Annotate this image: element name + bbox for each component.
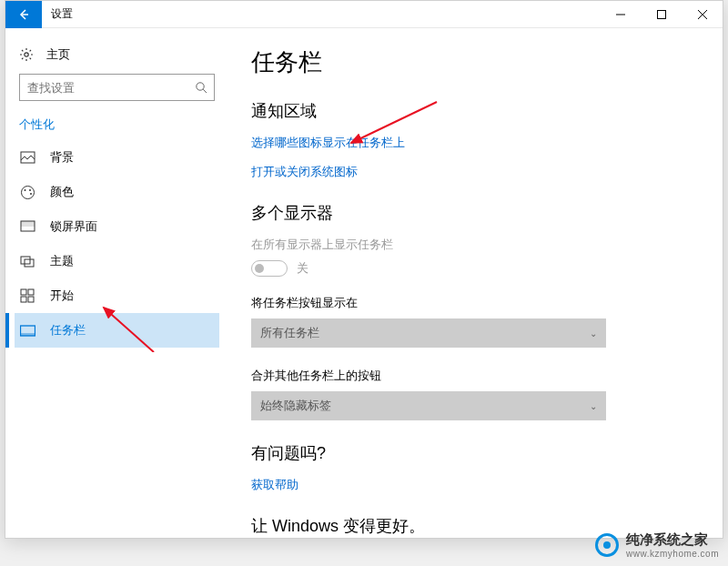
chevron-down-icon: ⌄ <box>590 401 597 411</box>
content-area: 主页 个性化 背景 颜色 <box>5 28 723 538</box>
svg-rect-9 <box>21 221 35 227</box>
svg-point-5 <box>24 189 25 191</box>
sidebar-item-lockscreen[interactable]: 锁屏界面 <box>15 209 219 244</box>
sidebar-item-label: 锁屏界面 <box>50 218 97 235</box>
settings-window: 设置 主页 <box>5 0 723 539</box>
maximize-button[interactable] <box>641 1 682 28</box>
link-select-taskbar-icons[interactable]: 选择哪些图标显示在任务栏上 <box>251 135 700 151</box>
window-controls <box>600 1 723 28</box>
sidebar-item-themes[interactable]: 主题 <box>15 244 219 278</box>
svg-point-4 <box>21 186 34 198</box>
dropdown-combine-buttons[interactable]: 始终隐藏标签 ⌄ <box>251 391 606 420</box>
combine-buttons-label: 合并其他任务栏上的按钮 <box>251 368 700 384</box>
watermark-name: 纯净系统之家 <box>626 531 708 547</box>
chevron-down-icon: ⌄ <box>590 328 597 339</box>
link-get-help[interactable]: 获取帮助 <box>251 477 700 493</box>
svg-rect-17 <box>20 333 35 336</box>
page-title: 任务栏 <box>251 46 700 78</box>
close-icon <box>698 10 707 19</box>
link-system-icons[interactable]: 打开或关闭系统图标 <box>251 164 700 180</box>
back-button[interactable] <box>5 1 42 28</box>
category-label: 个性化 <box>15 117 219 140</box>
main-panel: 任务栏 通知区域 选择哪些图标显示在任务栏上 打开或关闭系统图标 多个显示器 在… <box>228 28 723 538</box>
dropdown-taskbar-buttons[interactable]: 所有任务栏 ⌄ <box>251 318 606 348</box>
dropdown-value: 所有任务栏 <box>260 325 319 341</box>
home-nav[interactable]: 主页 <box>15 42 219 74</box>
svg-point-7 <box>30 193 32 195</box>
svg-rect-15 <box>28 297 34 302</box>
sidebar-item-label: 任务栏 <box>50 322 86 339</box>
minimize-button[interactable] <box>600 1 641 28</box>
search-input[interactable] <box>20 81 187 95</box>
maximize-icon <box>657 10 666 19</box>
sidebar-item-colors[interactable]: 颜色 <box>15 175 219 209</box>
watermark-url: www.kzmyhome.com <box>626 549 719 559</box>
watermark: 纯净系统之家 www.kzmyhome.com <box>595 531 719 559</box>
svg-rect-14 <box>21 297 26 302</box>
svg-point-1 <box>25 53 28 56</box>
sidebar-item-label: 背景 <box>50 149 74 166</box>
lockscreen-icon <box>19 218 35 235</box>
palette-icon <box>19 184 35 200</box>
svg-rect-12 <box>21 289 26 295</box>
sidebar: 主页 个性化 背景 颜色 <box>5 28 228 538</box>
svg-rect-11 <box>25 259 34 267</box>
home-label: 主页 <box>46 46 70 63</box>
svg-rect-0 <box>657 10 665 18</box>
minimize-icon <box>616 10 625 19</box>
sidebar-item-start[interactable]: 开始 <box>15 278 219 313</box>
svg-rect-10 <box>21 257 30 264</box>
close-button[interactable] <box>682 1 723 28</box>
sidebar-item-background[interactable]: 背景 <box>15 140 219 175</box>
start-icon <box>19 288 35 304</box>
sidebar-item-taskbar[interactable]: 任务栏 <box>15 313 219 348</box>
themes-icon <box>19 253 35 269</box>
window-title: 设置 <box>51 6 73 22</box>
section-notification-area: 通知区域 <box>251 100 700 122</box>
picture-icon <box>19 149 35 166</box>
toggle-switch[interactable] <box>251 260 288 277</box>
titlebar: 设置 <box>5 1 723 28</box>
section-help: 有问题吗? <box>251 442 700 464</box>
multi-display-desc: 在所有显示器上显示任务栏 <box>251 237 700 253</box>
toggle-multi-display: 关 <box>251 260 700 277</box>
section-multiple-displays: 多个显示器 <box>251 202 700 224</box>
svg-point-6 <box>29 189 31 191</box>
sidebar-item-label: 开始 <box>50 288 74 304</box>
watermark-logo <box>595 533 619 557</box>
taskbar-buttons-label: 将任务栏按钮显示在 <box>251 295 700 311</box>
gear-icon <box>19 47 34 62</box>
toggle-state-label: 关 <box>297 260 308 277</box>
search-icon <box>187 81 214 94</box>
svg-rect-13 <box>28 289 34 295</box>
arrow-left-icon <box>17 8 30 21</box>
toggle-knob <box>255 264 264 273</box>
sidebar-item-label: 颜色 <box>50 184 74 200</box>
sidebar-item-label: 主题 <box>50 253 74 269</box>
search-box[interactable] <box>19 74 215 101</box>
dropdown-value: 始终隐藏标签 <box>260 398 331 414</box>
taskbar-icon <box>19 322 35 339</box>
svg-point-2 <box>196 83 203 90</box>
